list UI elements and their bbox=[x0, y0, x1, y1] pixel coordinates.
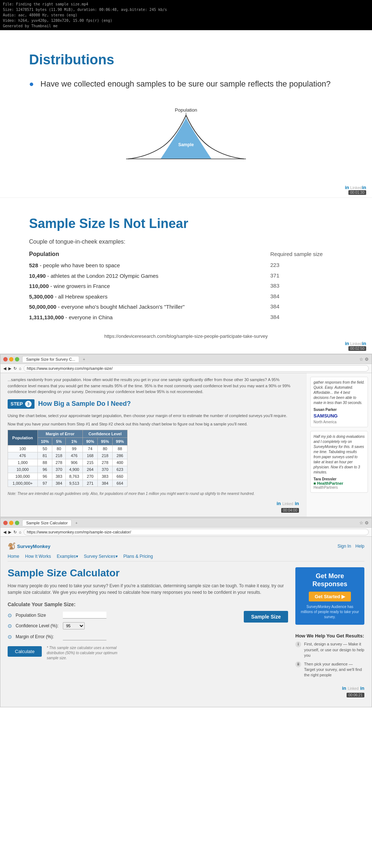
step-badge-row: STEP 3 How Big a Sample Do I Need? bbox=[8, 399, 299, 409]
nav-examples[interactable]: Examples▾ bbox=[57, 554, 78, 559]
confidence-label: Confidence Level (%): bbox=[16, 623, 59, 628]
li-logo-6: in bbox=[360, 685, 364, 691]
home-icon-2[interactable]: ⌂ bbox=[19, 530, 21, 534]
surveymonkey-logo: 🐒 SurveyMonkey bbox=[8, 542, 50, 550]
how-we-help-title: How We Help You Get Results: bbox=[295, 633, 364, 639]
star-icon[interactable]: ☆ bbox=[359, 357, 363, 362]
minimize-button[interactable] bbox=[9, 357, 13, 361]
get-more-text: SurveyMonkey Audience has millions of pe… bbox=[300, 604, 359, 620]
th-5: 5% bbox=[52, 438, 66, 445]
table-row: 10,000963704,900264370623 bbox=[8, 466, 128, 473]
window-controls-2[interactable] bbox=[3, 521, 19, 525]
home-icon[interactable]: ⌂ bbox=[19, 366, 21, 371]
sign-in-link[interactable]: Sign In bbox=[337, 544, 351, 549]
browser-urlbar-1: ◀ ▶ ↻ ⌂ https://www.surveymonkey.com/mp/… bbox=[0, 364, 372, 373]
step-badge: STEP 3 bbox=[8, 399, 35, 409]
how-step-1: i First, design a survey — Make it yours… bbox=[295, 641, 364, 658]
sm-logo-text: SurveyMonkey bbox=[17, 544, 50, 549]
th-population: Population bbox=[8, 430, 38, 445]
margin-radio[interactable]: ⊙ bbox=[8, 634, 12, 640]
toolbar-icons-2: ☆ ⚙ bbox=[359, 520, 369, 525]
minimize-button-2[interactable] bbox=[9, 521, 13, 525]
slide-distributions: Distributions ● Have we collected enough… bbox=[0, 30, 372, 197]
tab-active-1[interactable]: Sample Size for Survey C... bbox=[22, 356, 79, 362]
testimonial-2: Half my job is doing evaluations and I c… bbox=[310, 431, 368, 493]
req-row-3: 383 bbox=[270, 281, 343, 291]
sample-size-tab-btn[interactable]: Sample Size bbox=[244, 611, 288, 623]
reload-icon-2[interactable]: ↻ bbox=[13, 530, 17, 535]
th-90: 90% bbox=[83, 438, 98, 445]
close-button[interactable] bbox=[3, 357, 8, 361]
nav-plans[interactable]: Plans & Pricing bbox=[124, 554, 153, 559]
settings-icon[interactable]: ⚙ bbox=[365, 357, 369, 362]
tab-inactive-1[interactable]: + bbox=[79, 356, 89, 362]
li-logo-5: in bbox=[342, 685, 347, 691]
nav-survey-services[interactable]: Survey Services▾ bbox=[84, 554, 118, 559]
testimonial-1-name: Susan Parker bbox=[314, 408, 365, 412]
testimonial-2-name: Tara Dressler bbox=[314, 477, 365, 481]
maximize-button[interactable] bbox=[15, 357, 19, 361]
healthpartner-logo: ■ HealthPartner bbox=[314, 481, 365, 485]
req-row-1: 223 bbox=[270, 260, 343, 271]
browser-content-1: ...samples randomly from your population… bbox=[0, 373, 372, 517]
back-icon-2[interactable]: ◀ bbox=[3, 530, 6, 535]
get-started-button[interactable]: Get Started ▶ bbox=[309, 592, 351, 601]
col-header-required: Required sample size bbox=[270, 251, 343, 257]
back-icon[interactable]: ◀ bbox=[3, 366, 6, 371]
table-row: 100,000963838,763270383660 bbox=[8, 473, 128, 480]
forward-icon[interactable]: ▶ bbox=[8, 366, 11, 371]
bullet-text: Have we collected enough samples to be s… bbox=[40, 79, 331, 90]
nav-how-it-works[interactable]: How It Works bbox=[25, 554, 51, 559]
reload-icon[interactable]: ↻ bbox=[13, 366, 17, 371]
maximize-button-2[interactable] bbox=[15, 521, 19, 525]
th-95: 95% bbox=[98, 438, 113, 445]
table-row: 1,00088278906215278400 bbox=[8, 459, 128, 466]
browser-main-col: ...samples randomly from your population… bbox=[0, 373, 306, 517]
col-header-population: Population bbox=[29, 251, 270, 257]
confidence-level-row: ⊙ Confidence Level (%): 95 90 99 bbox=[8, 622, 244, 629]
browser-urlbar-2: ◀ ▶ ↻ ⌂ https://www.surveymonkey.com/mp/… bbox=[0, 528, 372, 537]
tab-inactive-2[interactable]: + bbox=[72, 520, 81, 526]
calculate-button[interactable]: Calculate bbox=[8, 646, 42, 657]
samsung-logo: SAMSUNG bbox=[314, 413, 365, 419]
required-column: Required sample size 223 371 383 384 384… bbox=[270, 251, 343, 323]
calc-two-col: Sample Size Calculator How many people d… bbox=[8, 567, 364, 681]
timestamp-2: 00:02:50 bbox=[348, 346, 366, 351]
browser-side-col: gather responses from the field. Quick. … bbox=[306, 373, 372, 517]
calculate-row: Calculate * This sample size calculator … bbox=[8, 644, 288, 661]
forward-icon-2[interactable]: ▶ bbox=[8, 530, 11, 535]
browser-window-2: Sample Size Calculator + ☆ ⚙ ◀ ▶ ↻ ⌂ htt… bbox=[0, 518, 372, 707]
population-size-input[interactable] bbox=[63, 612, 106, 619]
svg-text:Sample: Sample bbox=[178, 142, 194, 147]
pop-row-3: 110,000 - wine growers in France bbox=[29, 281, 270, 292]
sm-header: 🐒 SurveyMonkey Sign In Help bbox=[8, 542, 364, 550]
browser-titlebar-2: Sample Size Calculator + ☆ ⚙ bbox=[0, 518, 372, 528]
calculator-content: 🐒 SurveyMonkey Sign In Help Home How It … bbox=[0, 537, 372, 707]
margin-error-row: ⊙ Margin of Error (%): bbox=[8, 633, 288, 640]
url-bar[interactable]: https://www.surveymonkey.com/mp/sample-s… bbox=[24, 365, 369, 372]
testimonial-1-company-type: North America bbox=[314, 420, 365, 424]
help-link[interactable]: Help bbox=[355, 544, 364, 549]
confidence-select[interactable]: 95 90 99 bbox=[63, 622, 85, 629]
req-row-6: 384 bbox=[270, 312, 343, 323]
window-controls[interactable] bbox=[3, 357, 19, 361]
confidence-radio[interactable]: ⊙ bbox=[8, 623, 12, 629]
star-icon-2[interactable]: ☆ bbox=[359, 520, 363, 525]
linkedin-watermark-2: in Linkedin 00:02:50 bbox=[345, 341, 366, 351]
toolbar-icons: ☆ ⚙ bbox=[359, 357, 369, 362]
url-bar-2[interactable]: https://www.surveymonkey.com/mp/sample-s… bbox=[24, 529, 369, 535]
settings-icon-2[interactable]: ⚙ bbox=[365, 520, 369, 525]
calc-title: Sample Size Calculator bbox=[8, 567, 288, 579]
table-note: Note: These are intended as rough guidel… bbox=[8, 491, 299, 496]
tab-active-2[interactable]: Sample Size Calculator bbox=[22, 520, 72, 526]
get-more-title: Get More Responses bbox=[300, 572, 359, 588]
how-we-help: How We Help You Get Results: i First, de… bbox=[295, 629, 364, 678]
th-margin: Margin of Error bbox=[37, 430, 83, 438]
pop-row-2: 10,490 - athletes at the London 2012 Oly… bbox=[29, 271, 270, 281]
close-button-2[interactable] bbox=[3, 521, 8, 525]
nav-home[interactable]: Home bbox=[8, 554, 19, 559]
distribution-chart: Population Sample bbox=[117, 101, 255, 166]
how-step-1-text: First, design a survey — Make it yoursel… bbox=[304, 641, 364, 658]
testimonial-1-quote: gather responses from the field. Quick. … bbox=[314, 380, 365, 405]
population-radio[interactable]: ⊙ bbox=[8, 612, 12, 618]
